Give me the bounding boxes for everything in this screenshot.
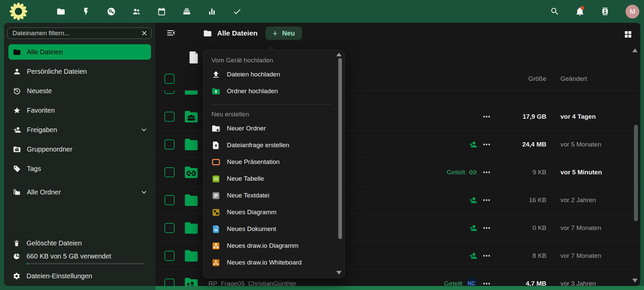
menu-scrollbar-thumb[interactable]: [338, 58, 342, 239]
breadcrumb[interactable]: Alle Dateien: [203, 29, 257, 38]
folder-account-icon[interactable]: [184, 277, 199, 286]
actions-menu-icon[interactable]: [477, 112, 496, 121]
user-avatar[interactable]: M: [626, 5, 639, 18]
quota[interactable]: 660 KB von 5 GB verwendet: [8, 250, 151, 269]
menu-item-dateien-hochladen[interactable]: Dateien hochladen: [211, 66, 333, 83]
shared-with-user-icon[interactable]: [427, 140, 477, 149]
row-checkbox[interactable]: [164, 251, 175, 261]
chevron-down-icon[interactable]: [140, 126, 148, 133]
sidebar-item-favoriten[interactable]: Favoriten: [8, 103, 151, 118]
shared-with-user-icon[interactable]: [427, 224, 477, 232]
sunflower-logo-icon[interactable]: [9, 2, 28, 20]
shared-with-user-icon[interactable]: [427, 251, 477, 260]
sidebar-item-label: Alle Ordner: [27, 188, 61, 196]
sidebar-item-label: Neueste: [27, 87, 52, 95]
menu-item-neue-textdatei[interactable]: Neue Textdatei: [211, 187, 333, 204]
file-modified: vor 3 Jahren: [546, 280, 640, 286]
shared-via-link[interactable]: Geteilt: [427, 168, 477, 177]
analytics-icon[interactable]: [207, 7, 216, 16]
chevron-down-icon[interactable]: [140, 188, 148, 196]
drawio-whiteboard-icon: [211, 258, 220, 267]
search-icon[interactable]: [550, 7, 559, 16]
collapse-sidebar-icon[interactable]: [166, 28, 176, 38]
shared-label: Geteilt: [447, 169, 465, 176]
menu-item-neue-praesentation[interactable]: Neue Präsentation: [211, 154, 333, 170]
folder-group-icon[interactable]: [184, 110, 199, 124]
actions-menu-icon[interactable]: [477, 224, 496, 232]
sidebar-item-label: Dateien-Einstellungen: [27, 272, 92, 280]
row-checkbox[interactable]: [164, 279, 175, 286]
new-menu-dropdown: Vom Gerät hochladen Dateien hochladen Or…: [203, 50, 345, 278]
sidebar-item-alle-ordner[interactable]: Alle Ordner: [8, 184, 151, 200]
row-checkbox[interactable]: [164, 139, 175, 150]
folder-icon[interactable]: [184, 137, 199, 152]
scrollbar-thumb[interactable]: [634, 125, 638, 221]
sidebar-item-geloeschte-dateien[interactable]: Gelöschte Dateien: [8, 236, 151, 250]
sidebar-item-tags[interactable]: Tags: [8, 161, 151, 176]
actions-menu-icon[interactable]: [477, 168, 496, 177]
contacts-menu-icon[interactable]: [600, 7, 610, 16]
menu-item-dateianfrage-erstellen[interactable]: Dateianfrage erstellen: [211, 137, 333, 154]
column-header-modified[interactable]: Geändert: [546, 75, 640, 82]
folder-link-icon[interactable]: [184, 165, 199, 179]
contacts-icon[interactable]: [132, 7, 141, 16]
sidebar-item-gruppenordner[interactable]: Gruppenordner: [8, 141, 151, 157]
menu-item-neues-drawio-whiteboard[interactable]: Neues draw.io Whiteboard: [211, 254, 333, 271]
row-checkbox[interactable]: [164, 223, 175, 233]
sidebar-item-freigaben[interactable]: Freigaben: [8, 122, 151, 137]
menu-scroll-up-arrow[interactable]: [336, 53, 342, 56]
folder-icon[interactable]: [184, 91, 199, 96]
sidebar-item-neueste[interactable]: Neueste: [8, 83, 151, 99]
file-icon[interactable]: [189, 51, 199, 64]
shared-with-nc[interactable]: Geteilt NC: [427, 278, 477, 286]
notifications-bell-icon[interactable]: [575, 7, 585, 16]
trash-icon: [13, 239, 20, 247]
shared-with-user-icon[interactable]: [427, 196, 477, 205]
actions-menu-icon[interactable]: [477, 140, 496, 149]
clear-filter-icon[interactable]: [138, 28, 151, 38]
sidebar-item-persoenliche-dateien[interactable]: Persönliche Dateien: [8, 64, 151, 79]
activity-icon[interactable]: [82, 7, 91, 16]
sidebar-item-alle-dateien[interactable]: Alle Dateien: [8, 44, 151, 60]
folder-users-icon: [13, 145, 21, 154]
scroll-down-arrow[interactable]: [632, 279, 638, 283]
menu-item-ordner-hochladen[interactable]: Ordner hochladen: [211, 83, 333, 100]
scroll-up-arrow[interactable]: [632, 48, 638, 52]
actions-menu-icon[interactable]: [477, 279, 496, 286]
account-icon: [13, 67, 21, 76]
menu-scroll-down-arrow[interactable]: [336, 271, 342, 275]
deck-icon[interactable]: [182, 7, 191, 16]
passwords-icon[interactable]: [107, 7, 116, 16]
menu-section-header: Vom Gerät hochladen: [211, 55, 333, 66]
calendar-icon[interactable]: [157, 7, 166, 16]
folder-icon[interactable]: [184, 221, 199, 235]
folder-icon[interactable]: [184, 193, 199, 207]
sidebar-item-dateien-einstellungen[interactable]: Dateien-Einstellungen: [8, 269, 151, 283]
row-checkbox[interactable]: [164, 91, 175, 94]
diagram-file-icon: [211, 208, 220, 217]
folder-icon[interactable]: [184, 249, 199, 263]
filename-filter-input[interactable]: [8, 30, 138, 37]
actions-menu-icon[interactable]: [477, 196, 496, 205]
file-name[interactable]: RP_Frage05_ChristianGünther: [208, 280, 427, 286]
textfile-icon: [211, 191, 220, 200]
row-checkbox[interactable]: [164, 167, 175, 177]
menu-item-neue-tabelle[interactable]: Neue Tabelle: [211, 170, 333, 187]
new-button[interactable]: + Neu: [265, 26, 302, 40]
actions-menu-icon[interactable]: [477, 251, 496, 260]
app-navigation: [56, 7, 242, 16]
column-header-size[interactable]: Größe: [496, 75, 546, 82]
menu-item-label: Neuer Ordner: [227, 125, 266, 132]
menu-item-neuer-ordner[interactable]: Neuer Ordner: [211, 120, 333, 137]
menu-item-neues-drawio-diagramm[interactable]: Neues draw.io Diagramm: [211, 237, 333, 254]
tasks-icon[interactable]: [233, 7, 242, 16]
file-size: 16 KB: [496, 196, 546, 204]
row-checkbox[interactable]: [164, 112, 175, 122]
grid-view-toggle-icon[interactable]: [624, 30, 633, 39]
files-icon[interactable]: [56, 7, 65, 16]
page-title: Alle Dateien: [217, 29, 257, 37]
row-checkbox[interactable]: [164, 195, 175, 205]
menu-item-neues-diagramm[interactable]: Neues Diagramm: [211, 204, 333, 221]
menu-item-neues-dokument[interactable]: Neues Dokument: [211, 221, 333, 237]
select-all-checkbox[interactable]: [164, 74, 175, 84]
